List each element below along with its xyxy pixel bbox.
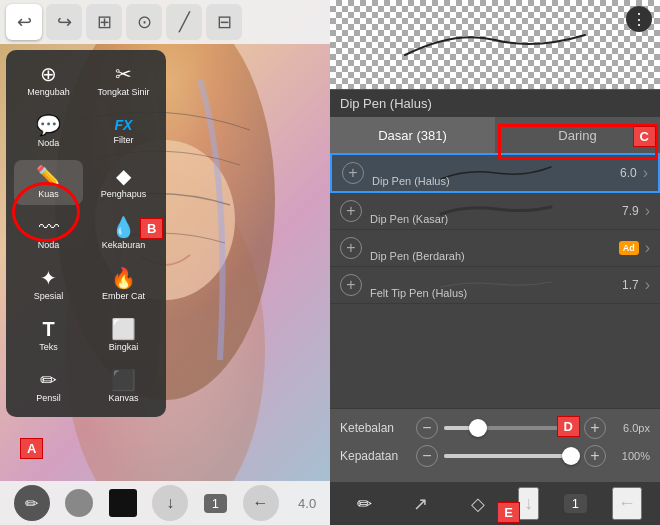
- tool-teks[interactable]: T Teks: [14, 313, 83, 358]
- chevron-icon-2: ›: [645, 239, 650, 257]
- eraser-tool-btn[interactable]: ◇: [462, 488, 494, 520]
- tool-fx[interactable]: FX Filter: [89, 109, 158, 154]
- smudge-tool-btn[interactable]: ↗: [405, 488, 437, 520]
- density-fill: [444, 454, 571, 458]
- brush-name-display: Dip Pen (Halus): [330, 90, 660, 117]
- thickness-slider-row: Ketebalan − + 6.0px: [340, 417, 650, 439]
- page-indicator-left: 1: [204, 494, 227, 513]
- density-value: 100%: [612, 450, 650, 462]
- bottom-toolbar-right: ✏ ↗ ◇ ↓ 1 ←: [330, 481, 660, 525]
- black-swatch[interactable]: [109, 489, 137, 517]
- density-track[interactable]: [444, 454, 578, 458]
- page-indicator-right: 1: [564, 494, 587, 513]
- brush-item-2[interactable]: + Dip Pen (Berdarah) Ad ›: [330, 230, 660, 267]
- tool-kuas[interactable]: ✏️ Kuas: [14, 160, 83, 205]
- density-plus-btn[interactable]: +: [584, 445, 606, 467]
- sliders-section: Ketebalan − + 6.0px Kepadatan − + 100%: [330, 408, 660, 481]
- tool-ember-cat[interactable]: 🔥 Ember Cat: [89, 262, 158, 307]
- brush-item-1[interactable]: + Dip Pen (Kasar) 7.9 ›: [330, 193, 660, 230]
- layer-button[interactable]: ⊟: [206, 4, 242, 40]
- tool-spesial[interactable]: ✦ Spesial: [14, 262, 83, 307]
- tool-bingkai[interactable]: ⬜ Bingkai: [89, 313, 158, 358]
- label-d-badge: D: [557, 416, 580, 437]
- back-arrow-btn-right[interactable]: ←: [612, 487, 642, 520]
- select-button[interactable]: ⊞: [86, 4, 122, 40]
- thickness-minus-btn[interactable]: −: [416, 417, 438, 439]
- thickness-thumb[interactable]: [469, 419, 487, 437]
- tab-dasar[interactable]: Dasar (381): [330, 117, 495, 153]
- chevron-icon-3: ›: [645, 276, 650, 294]
- down-arrow-btn-left[interactable]: ↓: [152, 485, 188, 521]
- brush-item-0[interactable]: + Dip Pen (Halus) 6.0 ›: [330, 153, 660, 193]
- bottom-toolbar-left: ✏ ↓ 1 ← 4.0: [0, 481, 330, 525]
- tool-pensil[interactable]: ✏ Pensil: [14, 364, 83, 409]
- brush-add-btn-3[interactable]: +: [340, 274, 362, 296]
- circle-bottom-btn[interactable]: [65, 489, 93, 517]
- erase-button[interactable]: ╱: [166, 4, 202, 40]
- menu-dots-btn[interactable]: ⋮: [626, 6, 652, 32]
- thickness-label: Ketebalan: [340, 421, 410, 435]
- back-arrow-btn-left[interactable]: ←: [243, 485, 279, 521]
- density-label: Kepadatan: [340, 449, 410, 463]
- tool-noda2[interactable]: 〰 Noda: [14, 211, 83, 256]
- density-minus-btn[interactable]: −: [416, 445, 438, 467]
- brush-add-btn-0[interactable]: +: [342, 162, 364, 184]
- brush-add-btn-1[interactable]: +: [340, 200, 362, 222]
- pencil-bottom-btn[interactable]: ✏: [14, 485, 50, 521]
- brush-item-3[interactable]: + Felt Tip Pen (Halus) 1.7 ›: [330, 267, 660, 304]
- brush-preview-area: ⋮: [330, 0, 660, 90]
- top-toolbar: ↩ ↪ ⊞ ⊙ ╱ ⊟: [0, 0, 330, 44]
- thickness-plus-btn[interactable]: +: [584, 417, 606, 439]
- chevron-icon-1: ›: [645, 202, 650, 220]
- brush-add-btn-2[interactable]: +: [340, 237, 362, 259]
- brush-list: + Dip Pen (Halus) 6.0 › + Dip Pen (Kasar…: [330, 153, 660, 408]
- label-e-badge: E: [497, 502, 520, 523]
- brush-tool-btn[interactable]: ✏: [348, 488, 380, 520]
- brush-stroke-svg: [395, 25, 595, 65]
- lasso-button[interactable]: ⊙: [126, 4, 162, 40]
- tool-transform[interactable]: ⊕ Mengubah: [14, 58, 83, 103]
- left-panel: ↩ ↪ ⊞ ⊙ ╱ ⊟ ⊕ Mengubah ✂ Tongkat Sinir 💬…: [0, 0, 330, 525]
- density-slider-row: Kepadatan − + 100%: [340, 445, 650, 467]
- zoom-level: 4.0: [298, 496, 316, 511]
- down-arrow-btn-right[interactable]: ↓: [518, 487, 539, 520]
- tabs-row: Dasar (381) Daring: [330, 117, 660, 153]
- tool-tangkat-sinir[interactable]: ✂ Tongkat Sinir: [89, 58, 158, 103]
- tool-noda[interactable]: 💬 Noda: [14, 109, 83, 154]
- label-c-badge: C: [633, 126, 656, 147]
- density-thumb[interactable]: [562, 447, 580, 465]
- right-panel: ⋮ Dip Pen (Halus) Dasar (381) Daring C +…: [330, 0, 660, 525]
- tool-kanvas[interactable]: ⬛ Kanvas: [89, 364, 158, 409]
- thickness-value: 6.0px: [612, 422, 650, 434]
- label-a-badge: A: [20, 438, 43, 459]
- ad-badge: Ad: [619, 241, 639, 255]
- undo-button[interactable]: ↩: [6, 4, 42, 40]
- label-b-badge: B: [140, 218, 163, 239]
- redo-button[interactable]: ↪: [46, 4, 82, 40]
- tool-penghapus[interactable]: ◆ Penghapus: [89, 160, 158, 205]
- chevron-icon-0: ›: [643, 164, 648, 182]
